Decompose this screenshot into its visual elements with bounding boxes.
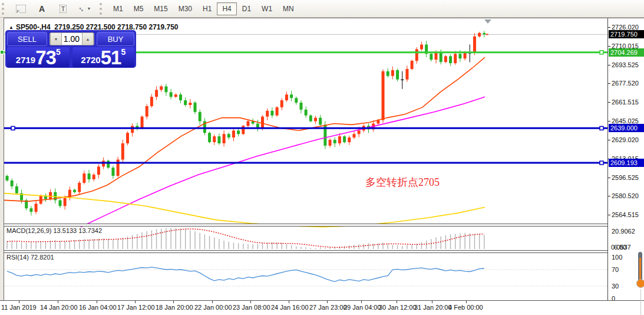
axis-tick-mark bbox=[608, 102, 610, 103]
price-axis-label: 2693.525 bbox=[612, 61, 639, 69]
time-axis[interactable]: 11 Jan 201914 Jan 20:0016 Jan 04:0017 Ja… bbox=[0, 300, 644, 315]
ma-slow-yellow bbox=[4, 193, 485, 227]
chart-shift-marker-icon[interactable] bbox=[484, 19, 491, 24]
axis-tick-mark bbox=[608, 27, 610, 28]
thermometer-icon bbox=[636, 252, 644, 290]
diagonal-arrows-icon: ↔ bbox=[77, 3, 88, 15]
trading-app-window: F A T ↔ ▾ M1M5M15M30H1H4D1W1MN ▲SP500-,H… bbox=[0, 0, 644, 315]
timeframe-button-h4[interactable]: H4 bbox=[217, 2, 236, 15]
pane-splitter[interactable] bbox=[4, 250, 644, 253]
time-tick-mark bbox=[397, 301, 397, 303]
time-axis-label: 22 Jan 00:00 bbox=[194, 304, 232, 311]
rsi-indicator-label: RSI(14) 72.8201 bbox=[6, 254, 54, 261]
time-axis-label: 24 Jan 16:00 bbox=[271, 304, 309, 311]
toolbar-grip bbox=[100, 3, 105, 15]
price-axis-badge: 2639.000 bbox=[609, 124, 644, 132]
collapse-triangle-icon[interactable]: ▲ bbox=[9, 25, 14, 30]
axis-tick-mark bbox=[608, 140, 610, 140]
hline-handle[interactable] bbox=[600, 126, 603, 130]
timeframe-button-mn[interactable]: MN bbox=[278, 2, 299, 15]
time-tick-mark bbox=[327, 301, 328, 303]
price-axis-badge: 2704.269 bbox=[609, 48, 644, 57]
timeframe-button-w1[interactable]: W1 bbox=[256, 2, 278, 15]
chart-text-annotation[interactable]: 多空转折点2705 bbox=[365, 175, 440, 189]
text-label-tool-button[interactable]: T bbox=[52, 2, 74, 15]
indicator-scale-label: 100 bbox=[612, 253, 622, 261]
volume-control: ▼ 1.00 ▲ bbox=[49, 32, 94, 45]
price-axis-badge: 2719.750 bbox=[609, 30, 644, 38]
time-axis-label: 17 Jan 12:00 bbox=[117, 304, 155, 311]
time-tick-mark bbox=[466, 301, 467, 303]
timeframe-button-group: M1M5M15M30H1H4D1W1MN bbox=[108, 2, 299, 15]
one-click-trade-panel: SELL ▼ 1.00 ▲ BUY 2719735 2720515 bbox=[5, 30, 136, 68]
chart-frame-icon: F bbox=[16, 5, 26, 13]
axis-tick-mark bbox=[608, 178, 610, 178]
scrollbar-line bbox=[640, 289, 641, 315]
time-tick-mark bbox=[135, 301, 136, 303]
time-axis-label: 30 Jan 12:00 bbox=[379, 304, 417, 311]
timeframe-button-h1[interactable]: H1 bbox=[197, 2, 217, 15]
price-axis-label: 2661.515 bbox=[612, 98, 639, 106]
hline-handle[interactable] bbox=[11, 126, 15, 130]
axis-tick-mark bbox=[608, 121, 610, 122]
pane-splitter[interactable] bbox=[4, 224, 644, 227]
time-tick-mark bbox=[250, 301, 251, 303]
time-axis-label: 4 Feb 00:00 bbox=[448, 304, 483, 311]
toolbar: F A T ↔ ▾ M1M5M15M30H1H4D1W1MN bbox=[0, 0, 644, 18]
axis-tick-mark bbox=[608, 196, 610, 196]
chart-window: ▲SP500-,H4 2719.250 2721.500 2718.750 27… bbox=[4, 18, 644, 301]
chart-properties-button[interactable]: F bbox=[10, 2, 31, 15]
time-axis-label: 16 Jan 04:00 bbox=[79, 304, 117, 311]
sell-price-display[interactable]: 2719735 bbox=[7, 47, 70, 67]
volume-increase-button[interactable]: ▲ bbox=[82, 32, 94, 45]
time-axis-label: 11 Jan 2019 bbox=[1, 304, 37, 311]
price-axis-label: 2580.520 bbox=[612, 192, 639, 200]
indicator-scale-label: 20.9062 bbox=[612, 227, 635, 235]
cursor-mode-button[interactable]: ↔ ▾ bbox=[74, 2, 95, 15]
rsi-pane[interactable] bbox=[4, 252, 607, 301]
axis-tick-mark bbox=[608, 83, 610, 84]
time-axis-label: 18 Jan 20:00 bbox=[156, 304, 193, 311]
buy-button[interactable]: BUY bbox=[97, 32, 134, 46]
time-tick-mark bbox=[19, 301, 19, 303]
time-axis-label: 29 Jan 04:00 bbox=[344, 304, 381, 311]
indicator-scale-label: 0.0537 bbox=[611, 243, 631, 251]
buy-price-display[interactable]: 2720515 bbox=[72, 47, 135, 67]
font-a-icon: A bbox=[39, 4, 45, 14]
font-tool-button[interactable]: A bbox=[31, 2, 52, 15]
sell-button[interactable]: SELL bbox=[7, 32, 47, 46]
price-axis-badge: 2609.193 bbox=[609, 159, 644, 167]
price-axis-label: 2564.515 bbox=[612, 211, 639, 219]
price-axis-label: 2596.525 bbox=[612, 173, 639, 182]
time-tick-mark bbox=[432, 301, 432, 303]
volume-input[interactable]: 1.00 bbox=[62, 34, 82, 44]
timeframe-button-m1[interactable]: M1 bbox=[108, 2, 128, 15]
hline-handle[interactable] bbox=[600, 51, 603, 54]
text-label-icon: T bbox=[60, 5, 67, 13]
toolbar-grip bbox=[2, 3, 8, 15]
time-tick-mark bbox=[58, 301, 58, 303]
hline-handle[interactable] bbox=[0, 50, 4, 54]
time-tick-mark bbox=[173, 301, 174, 303]
timeframe-button-d1[interactable]: D1 bbox=[237, 2, 256, 15]
time-axis-label: 23 Jan 08:00 bbox=[233, 304, 270, 311]
indicator-scale-label: 30 bbox=[612, 282, 619, 290]
rsi-line bbox=[7, 267, 484, 282]
timeframe-button-m15[interactable]: M15 bbox=[148, 2, 173, 15]
dropdown-caret-icon: ▾ bbox=[88, 6, 90, 11]
time-tick-mark bbox=[97, 301, 97, 303]
volume-decrease-button[interactable]: ▼ bbox=[50, 32, 62, 45]
time-tick-mark bbox=[289, 301, 289, 303]
price-axis-label: 2629.020 bbox=[612, 136, 639, 144]
hline-handle[interactable] bbox=[600, 161, 603, 165]
axis-tick-mark bbox=[608, 65, 610, 65]
time-axis-label: 14 Jan 20:00 bbox=[40, 304, 78, 311]
price-axis-label: 2677.520 bbox=[612, 79, 639, 87]
timeframe-button-m5[interactable]: M5 bbox=[128, 2, 149, 15]
axis-tick-mark bbox=[608, 215, 610, 215]
ma-mid-magenta bbox=[81, 97, 485, 227]
timeframe-button-m30[interactable]: M30 bbox=[173, 2, 197, 15]
time-axis-label: 27 Jan 23:00 bbox=[309, 304, 347, 311]
time-tick-mark bbox=[361, 301, 362, 303]
indicator-scale-label: 70 bbox=[612, 265, 619, 274]
